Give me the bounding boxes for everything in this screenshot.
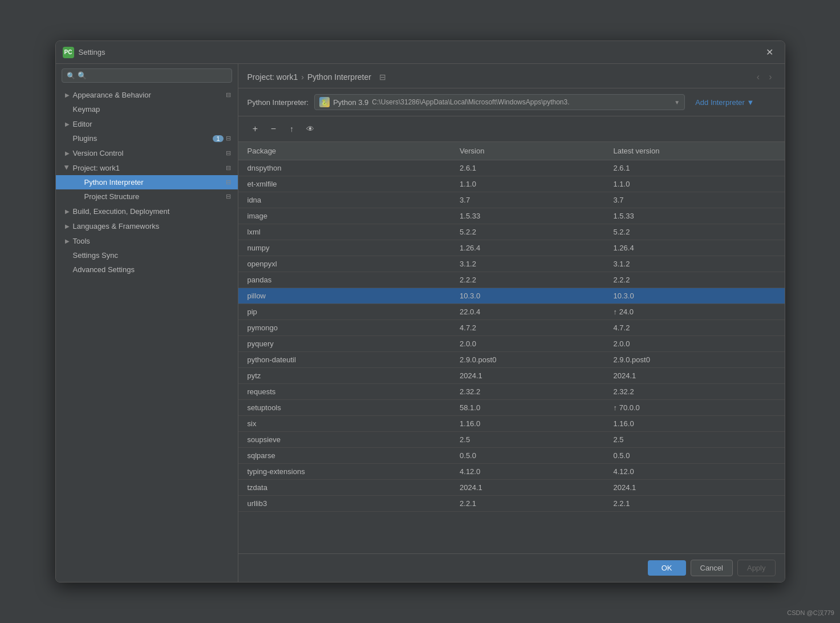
- package-latest-version: 1.1.0: [604, 176, 785, 192]
- table-row[interactable]: openpyxl3.1.23.1.2: [238, 256, 785, 272]
- table-header: Package Version Latest version: [238, 142, 785, 160]
- right-panel: Project: work1 › Python Interpreter ⊟ ‹ …: [238, 64, 785, 582]
- package-version: 0.5.0: [451, 448, 604, 464]
- upgrade-package-button[interactable]: ↑: [284, 121, 300, 137]
- package-latest-version: 2024.1: [604, 368, 785, 384]
- package-name: typing-extensions: [238, 464, 451, 480]
- sidebar-item-label: Version Control: [73, 149, 124, 157]
- package-latest-version: 1.5.33: [604, 208, 785, 224]
- package-latest-version: 1.26.4: [604, 240, 785, 256]
- package-latest-version: 2024.1: [604, 480, 785, 496]
- table-row[interactable]: pytz2024.12024.1: [238, 368, 785, 384]
- table-row[interactable]: pip22.0.4↑ 24.0: [238, 304, 785, 320]
- table-row[interactable]: dnspython2.6.12.6.1: [238, 160, 785, 176]
- dialog-title: Settings: [79, 48, 761, 56]
- table-row[interactable]: pymongo4.7.24.7.2: [238, 320, 785, 336]
- table-row[interactable]: soupsieve2.52.5: [238, 432, 785, 448]
- package-version: 2.6.1: [451, 160, 604, 176]
- sidebar-item-label: Build, Execution, Deployment: [73, 207, 170, 216]
- nav-buttons: ‹ ›: [753, 71, 776, 83]
- sidebar-item-python-interpreter[interactable]: Python Interpreter ⊟: [56, 175, 238, 189]
- package-name: python-dateutil: [238, 352, 451, 368]
- table-row[interactable]: sqlparse0.5.00.5.0: [238, 448, 785, 464]
- sidebar-item-keymap[interactable]: Keymap: [56, 102, 238, 116]
- package-latest-version: 2.0.0: [604, 336, 785, 352]
- table-row[interactable]: setuptools58.1.0↑ 70.0.0: [238, 400, 785, 416]
- table-row[interactable]: lxml5.2.25.2.2: [238, 224, 785, 240]
- close-button[interactable]: ✕: [761, 44, 778, 60]
- sidebar-item-tools[interactable]: ▶ Tools: [56, 233, 238, 248]
- main-content: 🔍 ▶ Appearance & Behavior ⊟ Keymap ▶ Edi…: [56, 64, 785, 582]
- package-name: openpyxl: [238, 256, 451, 272]
- package-name: soupsieve: [238, 432, 451, 448]
- sidebar-item-version-control[interactable]: ▶ Version Control ⊟: [56, 145, 238, 160]
- table-row[interactable]: image1.5.331.5.33: [238, 208, 785, 224]
- package-version: 22.0.4: [451, 304, 604, 320]
- table-row[interactable]: python-dateutil2.9.0.post02.9.0.post0: [238, 352, 785, 368]
- watermark: CSDN @C汉779: [787, 609, 834, 617]
- package-latest-version: ↑ 70.0.0: [604, 400, 785, 416]
- breadcrumb-window-icon: ⊟: [379, 72, 386, 82]
- cancel-button[interactable]: Cancel: [691, 560, 733, 576]
- package-version: 2.2.2: [451, 272, 604, 288]
- col-version: Version: [451, 142, 604, 160]
- package-name: setuptools: [238, 400, 451, 416]
- window-icon: ⊟: [226, 149, 231, 157]
- package-name: idna: [238, 192, 451, 208]
- add-interpreter-button[interactable]: Add Interpreter ▼: [691, 96, 758, 109]
- table-row[interactable]: typing-extensions4.12.04.12.0: [238, 464, 785, 480]
- table-row[interactable]: pillow10.3.010.3.0: [238, 288, 785, 304]
- window-icon: ⊟: [226, 193, 231, 200]
- table-row[interactable]: numpy1.26.41.26.4: [238, 240, 785, 256]
- package-version: 2.2.1: [451, 496, 604, 512]
- sidebar-item-languages-frameworks[interactable]: ▶ Languages & Frameworks: [56, 219, 238, 233]
- table-row[interactable]: six1.16.01.16.0: [238, 416, 785, 432]
- sidebar-item-label: Plugins: [73, 134, 98, 143]
- nav-forward-button[interactable]: ›: [765, 71, 775, 83]
- col-package: Package: [238, 142, 451, 160]
- interpreter-selector[interactable]: 🐍 Python 3.9 C:\Users\31286\AppData\Loca…: [314, 94, 685, 110]
- package-latest-version: 4.12.0: [604, 464, 785, 480]
- sidebar-item-label: Tools: [73, 237, 90, 245]
- settings-dialog: PC Settings ✕ 🔍 ▶ Appearance & Behavior …: [55, 41, 785, 582]
- package-name: lxml: [238, 224, 451, 240]
- table-row[interactable]: pandas2.2.22.2.2: [238, 272, 785, 288]
- search-icon: 🔍: [67, 72, 75, 80]
- sidebar-item-build-execution[interactable]: ▶ Build, Execution, Deployment: [56, 204, 238, 219]
- nav-back-button[interactable]: ‹: [753, 71, 763, 83]
- show-details-button[interactable]: 👁: [302, 121, 318, 137]
- app-icon: PC: [63, 47, 74, 58]
- table-row[interactable]: requests2.32.22.32.2: [238, 384, 785, 400]
- table-row[interactable]: pyquery2.0.02.0.0: [238, 336, 785, 352]
- package-version: 1.16.0: [451, 416, 604, 432]
- package-latest-version: 2.2.1: [604, 496, 785, 512]
- table-row[interactable]: urllib32.2.12.2.1: [238, 496, 785, 512]
- sidebar-item-plugins[interactable]: Plugins 1 ⊟: [56, 131, 238, 145]
- apply-button[interactable]: Apply: [737, 560, 776, 576]
- sidebar-item-appearance[interactable]: ▶ Appearance & Behavior ⊟: [56, 87, 238, 102]
- search-box[interactable]: 🔍: [62, 68, 232, 83]
- table-row[interactable]: tzdata2024.12024.1: [238, 480, 785, 496]
- table-row[interactable]: et-xmlfile1.1.01.1.0: [238, 176, 785, 192]
- package-version: 10.3.0: [451, 288, 604, 304]
- sidebar-item-advanced-settings[interactable]: Advanced Settings: [56, 262, 238, 277]
- package-name: sqlparse: [238, 448, 451, 464]
- search-input[interactable]: [78, 71, 227, 80]
- package-version: 4.7.2: [451, 320, 604, 336]
- package-latest-version: 5.2.2: [604, 224, 785, 240]
- expand-arrow: ▶: [63, 236, 72, 245]
- sidebar-item-editor[interactable]: ▶ Editor: [56, 116, 238, 131]
- add-package-button[interactable]: +: [247, 121, 263, 137]
- sidebar-item-settings-sync[interactable]: Settings Sync: [56, 248, 238, 262]
- breadcrumb-parent[interactable]: Project: work1: [247, 72, 298, 82]
- package-version: 2.0.0: [451, 336, 604, 352]
- ok-button[interactable]: OK: [648, 560, 686, 576]
- package-version: 1.26.4: [451, 240, 604, 256]
- table-row[interactable]: idna3.73.7: [238, 192, 785, 208]
- package-name: pip: [238, 304, 451, 320]
- sidebar-item-project-work1[interactable]: ▶ Project: work1 ⊟: [56, 160, 238, 175]
- remove-package-button[interactable]: −: [266, 121, 282, 137]
- sidebar-item-project-structure[interactable]: Project Structure ⊟: [56, 189, 238, 204]
- package-name: requests: [238, 384, 451, 400]
- package-latest-version: 1.16.0: [604, 416, 785, 432]
